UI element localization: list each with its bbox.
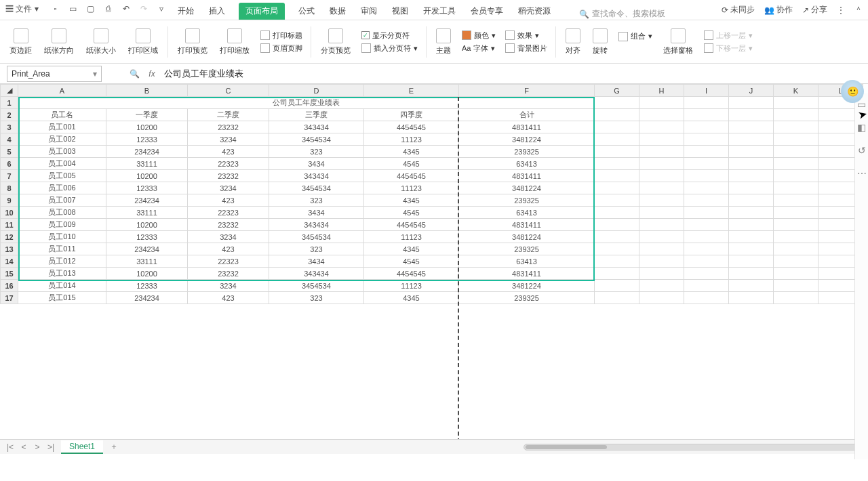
data-cell[interactable]: 239325 (459, 194, 595, 207)
data-cell[interactable]: 23232 (188, 219, 269, 231)
qat-save-icon[interactable]: ▢ (85, 3, 97, 15)
row-header[interactable]: 2 (1, 109, 18, 121)
qat-redo-icon[interactable]: ↷ (138, 3, 150, 15)
tab-formula[interactable]: 公式 (297, 3, 316, 20)
empty-cell[interactable] (639, 292, 684, 304)
row-header[interactable]: 7 (1, 170, 18, 182)
empty-cell[interactable] (729, 280, 774, 292)
empty-cell[interactable] (639, 97, 684, 109)
empty-cell[interactable] (684, 243, 729, 255)
table-header-cell[interactable]: 合计 (459, 109, 595, 121)
empty-cell[interactable] (639, 268, 684, 280)
data-cell[interactable]: 12333 (106, 182, 188, 194)
empty-cell[interactable] (595, 292, 639, 304)
tab-start[interactable]: 开始 (176, 3, 195, 20)
sheet-nav-last-icon[interactable]: >| (46, 442, 56, 452)
coop-button[interactable]: 👥 协作 (764, 4, 793, 16)
data-cell[interactable]: 343434 (269, 219, 364, 231)
row-header[interactable]: 9 (1, 194, 18, 207)
empty-cell[interactable] (639, 255, 684, 268)
data-cell[interactable]: 33111 (106, 158, 188, 170)
empty-cell[interactable] (684, 231, 729, 243)
data-cell[interactable]: 343434 (269, 121, 364, 133)
print-preview-button[interactable]: 打印预览 (174, 23, 212, 61)
bring-forward-button[interactable]: 上移一层▾ (704, 30, 753, 41)
data-cell[interactable]: 423 (188, 146, 269, 158)
data-cell[interactable]: 423 (188, 292, 269, 304)
data-cell[interactable]: 4545 (364, 158, 459, 170)
data-cell[interactable]: 234234 (106, 243, 188, 255)
empty-cell[interactable] (774, 243, 818, 255)
data-cell[interactable]: 4345 (364, 194, 459, 207)
qat-new-icon[interactable]: ▫ (50, 3, 62, 15)
row-header[interactable]: 1 (1, 97, 18, 109)
side-style-icon[interactable]: ◧ (857, 122, 866, 133)
data-cell[interactable]: 员工010 (18, 231, 106, 243)
data-cell[interactable]: 10200 (106, 121, 188, 133)
empty-cell[interactable] (729, 158, 774, 170)
data-cell[interactable]: 343434 (269, 268, 364, 280)
data-cell[interactable]: 3234 (188, 182, 269, 194)
data-cell[interactable]: 3234 (188, 133, 269, 146)
data-cell[interactable]: 员工011 (18, 243, 106, 255)
data-cell[interactable]: 员工015 (18, 292, 106, 304)
data-cell[interactable]: 343434 (269, 170, 364, 182)
data-cell[interactable]: 3454534 (269, 280, 364, 292)
empty-cell[interactable] (639, 207, 684, 219)
data-cell[interactable]: 22323 (188, 158, 269, 170)
insert-page-break-button[interactable]: 插入分页符▾ (361, 43, 418, 54)
column-header[interactable]: D (269, 85, 364, 97)
row-header[interactable]: 11 (1, 219, 18, 231)
empty-cell[interactable] (639, 133, 684, 146)
data-cell[interactable]: 员工013 (18, 268, 106, 280)
table-header-cell[interactable]: 四季度 (364, 109, 459, 121)
data-cell[interactable]: 22323 (188, 207, 269, 219)
data-cell[interactable]: 11123 (364, 133, 459, 146)
tab-insert[interactable]: 插入 (208, 3, 226, 20)
column-header[interactable]: K (774, 85, 818, 97)
tab-view[interactable]: 视图 (391, 3, 410, 20)
spreadsheet[interactable]: ◢ABCDEFGHIJKL 1公司员工年度业绩表2员工名一季度二季度三季度四季度… (0, 84, 863, 304)
empty-cell[interactable] (639, 243, 684, 255)
empty-cell[interactable] (595, 219, 639, 231)
empty-cell[interactable] (774, 146, 818, 158)
empty-cell[interactable] (595, 97, 639, 109)
data-cell[interactable]: 23232 (188, 170, 269, 182)
data-cell[interactable]: 239325 (459, 292, 595, 304)
empty-cell[interactable] (595, 158, 639, 170)
data-cell[interactable]: 234234 (106, 146, 188, 158)
row-header[interactable]: 4 (1, 133, 18, 146)
empty-cell[interactable] (684, 170, 729, 182)
data-cell[interactable]: 63413 (459, 255, 595, 268)
empty-cell[interactable] (729, 146, 774, 158)
empty-cell[interactable] (595, 146, 639, 158)
column-header[interactable]: A (18, 85, 106, 97)
table-header-cell[interactable]: 三季度 (269, 109, 364, 121)
data-cell[interactable]: 4831411 (459, 219, 595, 231)
name-box-dropdown-icon[interactable]: ▾ (93, 69, 97, 79)
data-cell[interactable]: 12333 (106, 133, 188, 146)
empty-cell[interactable] (684, 268, 729, 280)
collapse-ribbon-icon[interactable]: ＾ (854, 4, 863, 16)
empty-cell[interactable] (639, 121, 684, 133)
empty-cell[interactable] (729, 255, 774, 268)
empty-cell[interactable] (774, 133, 818, 146)
table-header-cell[interactable]: 员工名 (18, 109, 106, 121)
theme-color-button[interactable]: 颜色▾ (462, 30, 496, 41)
empty-cell[interactable] (595, 121, 639, 133)
data-cell[interactable]: 239325 (459, 146, 595, 158)
unsync-button[interactable]: ⟳ 未同步 (722, 4, 755, 16)
tab-dev[interactable]: 开发工具 (422, 3, 457, 20)
sheet-nav-prev-icon[interactable]: < (19, 442, 28, 452)
empty-cell[interactable] (729, 97, 774, 109)
empty-cell[interactable] (729, 121, 774, 133)
empty-cell[interactable] (684, 109, 729, 121)
share-button[interactable]: ↗ 分享 (802, 4, 827, 16)
data-cell[interactable]: 323 (269, 194, 364, 207)
data-cell[interactable]: 11123 (364, 280, 459, 292)
empty-cell[interactable] (774, 158, 818, 170)
data-cell[interactable]: 12333 (106, 280, 188, 292)
empty-cell[interactable] (595, 194, 639, 207)
row-header[interactable]: 17 (1, 292, 18, 304)
rotate-button[interactable]: 旋转 (589, 23, 612, 61)
